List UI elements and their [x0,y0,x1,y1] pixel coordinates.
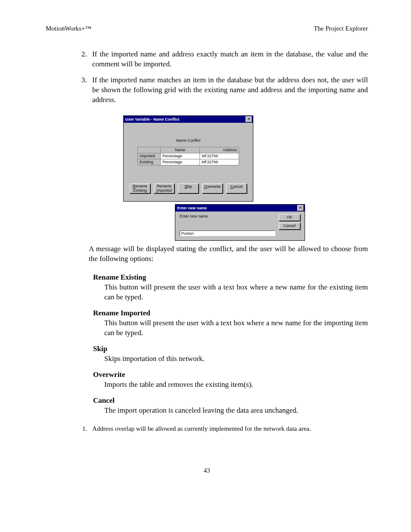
page-number: 43 [46,467,368,474]
close-icon[interactable]: × [246,116,252,122]
opt-rename-existing-body: This button will present the user with a… [104,283,368,302]
header-right: The Project Explorer [314,25,368,32]
enter-new-name-dialog: Enter new name × Enter new name Portion … [175,204,305,241]
header-left: MotionWorks+™ [46,25,91,32]
name-conflict-dialog: User Variable - Name Conflict × Name Con… [123,115,253,202]
col-name: Name [161,147,200,153]
col-address: Address [200,147,239,153]
dialog1-title: User Variable - Name Conflict [125,117,180,121]
opt-skip-title: Skip [93,344,368,354]
skip-button[interactable]: Skip [178,184,199,194]
list-item-2: If the imported name and address exactly… [89,50,368,69]
close-icon[interactable]: × [297,205,304,211]
cancel-button[interactable]: Cancel [279,223,300,230]
list-item-3: If the imported name matches an item in … [89,75,368,105]
cancel-button[interactable]: Cancel [226,184,247,194]
table-row: Existing Percentage MF22768 [138,159,239,165]
after-dialog-text: A message will be displayed stating the … [89,244,368,264]
conflict-grid: Name Address Imported Percentage MF22708… [137,147,239,165]
opt-skip-body: Skips importation of this network. [104,354,368,364]
rename-imported-button[interactable]: Rename Imported [154,184,174,194]
rename-existing-button[interactable]: Rename Existing [130,184,150,194]
opt-cancel-body: The import operation is canceled leaving… [104,406,368,416]
opt-rename-imported-body: This button will present the user with a… [104,318,368,338]
table-row: Imported Percentage MF22708 [138,153,239,159]
dialog2-label: Enter new name [180,214,275,218]
opt-cancel-title: Cancel [93,396,368,406]
dialog2-title: Enter new name [177,206,207,210]
overwrite-button[interactable]: Overwrite [202,184,223,194]
opt-overwrite-title: Overwrite [93,370,368,380]
opt-overwrite-body: Imports the table and removes the existi… [104,380,368,390]
new-name-input[interactable]: Portion [180,230,275,236]
dialog1-heading: Name Conflict [130,138,247,143]
footer-note: Address overlap will be allowed as curre… [89,425,368,432]
opt-rename-existing-title: Rename Existing [93,273,368,283]
opt-rename-imported-title: Rename Imported [93,308,368,318]
ok-button[interactable]: OK [279,214,300,221]
